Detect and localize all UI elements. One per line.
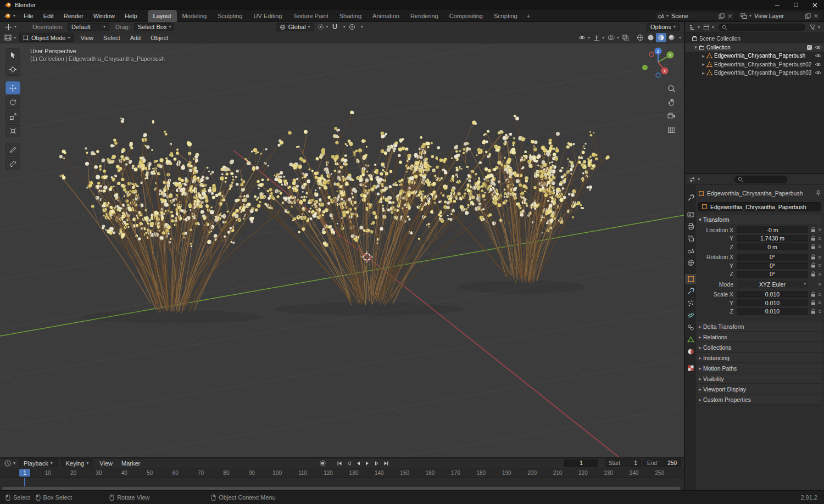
properties-tab-constraints[interactable] (685, 322, 696, 333)
close-button[interactable] (805, 0, 824, 10)
tool-select-box[interactable] (5, 48, 20, 61)
animate-dot[interactable] (819, 228, 821, 231)
frame-end-field[interactable]: End 250 (643, 460, 681, 467)
auto-keying-toggle[interactable] (318, 459, 327, 467)
properties-tab-object[interactable] (685, 274, 696, 284)
add-workspace-button[interactable]: + (523, 10, 534, 22)
workspace-tab[interactable]: Sculpting (212, 10, 248, 22)
lock-icon[interactable] (811, 236, 816, 242)
transform-panel-header[interactable]: ▾ Transform (697, 215, 822, 224)
animate-dot[interactable] (819, 283, 821, 285)
object-visibility-dropdown[interactable]: ▾ (577, 33, 592, 42)
shading-material-button[interactable] (656, 33, 666, 42)
properties-section-header[interactable]: ▸ Instancing (697, 353, 822, 363)
properties-tab-data[interactable] (685, 334, 696, 345)
toggle-ortho-button[interactable] (666, 124, 677, 135)
transform-value-field[interactable]: 0.010 ▾ (737, 291, 808, 298)
transform-value-field[interactable]: 0 m ▾ (737, 243, 808, 250)
properties-tab-world[interactable] (685, 257, 696, 268)
menubar-menu[interactable]: Help (120, 10, 142, 22)
view-layer-selector[interactable]: ▾ View Layer (738, 12, 821, 20)
properties-tab-texture[interactable] (685, 363, 696, 373)
animate-dot[interactable] (819, 264, 821, 267)
transform-value-field[interactable]: 0° ▾ (737, 254, 808, 261)
outliner-search-input[interactable] (719, 24, 805, 31)
outliner-row-scene-collection[interactable]: Scene Collection (685, 35, 824, 43)
chevron-down-icon[interactable]: ▾ (693, 44, 699, 50)
maximize-button[interactable] (787, 0, 805, 10)
workspace-tab[interactable]: Shading (334, 10, 367, 22)
menubar-menu[interactable]: Window (88, 10, 120, 22)
viewport-menu[interactable]: Add (125, 32, 146, 44)
properties-tab-modifiers[interactable] (685, 286, 696, 296)
animate-dot[interactable] (819, 293, 821, 296)
lock-icon[interactable] (811, 271, 816, 277)
playhead-line[interactable] (24, 478, 25, 486)
properties-section-header[interactable]: ▸ Viewport Display (697, 384, 822, 394)
menubar-menu[interactable]: File (19, 10, 38, 22)
properties-section-header[interactable]: ▸ Motion Paths (697, 363, 822, 373)
tool-measure[interactable] (5, 157, 20, 170)
next-keyframe-button[interactable] (372, 459, 382, 467)
orientation-dropdown[interactable]: Default ▾ (68, 23, 109, 31)
viewport-menu[interactable]: Object (146, 32, 173, 44)
transform-value-field[interactable]: XYZ Euler ▾ (737, 281, 808, 288)
active-tool-icon[interactable]: ▾ (3, 23, 18, 32)
viewport-menu[interactable]: View (75, 32, 98, 44)
properties-section-header[interactable]: ▸ Delta Transform (697, 322, 822, 332)
transform-orientation-dropdown[interactable]: Global ▾ (276, 23, 314, 31)
workspace-tab[interactable]: Layout (148, 10, 177, 22)
pan-button[interactable] (666, 97, 677, 108)
camera-view-button[interactable] (666, 110, 677, 121)
chevron-right-icon[interactable]: ▸ (700, 70, 706, 76)
transform-value-field[interactable]: 1.7438 m ▾ (737, 235, 808, 242)
animate-dot[interactable] (819, 310, 821, 313)
lock-icon[interactable] (811, 262, 816, 268)
tool-rotate[interactable] (5, 96, 20, 109)
workspace-tab[interactable]: Texture Paint (287, 10, 333, 22)
viewport-menu[interactable]: Select (98, 32, 125, 44)
jump-to-end-button[interactable] (382, 459, 391, 467)
animate-dot[interactable] (819, 245, 821, 248)
timeline-ruler[interactable]: 1020304050607080901001101201301401501601… (0, 468, 684, 478)
animate-dot[interactable] (819, 301, 821, 304)
animate-dot[interactable] (819, 273, 821, 276)
transform-value-field[interactable]: 0° ▾ (737, 262, 808, 269)
minimize-button[interactable] (768, 0, 787, 10)
gizmos-dropdown[interactable]: ▾ (592, 33, 606, 42)
play-button[interactable] (363, 459, 372, 467)
current-frame-field[interactable]: 1 (564, 460, 598, 467)
timeline-menu[interactable]: Playback▾ (19, 459, 58, 467)
chevron-right-icon[interactable]: ▸ (700, 53, 706, 59)
properties-tab-physics[interactable] (685, 310, 696, 321)
workspace-tab[interactable]: UV Editing (248, 10, 287, 22)
playhead-marker[interactable]: 1 (19, 469, 30, 477)
overlays-dropdown[interactable]: ▾ (606, 33, 621, 42)
scene-selector[interactable]: ▾ Scene (655, 12, 735, 20)
timeline-track-area[interactable] (0, 478, 684, 486)
eye-icon[interactable] (815, 62, 822, 67)
mode-dropdown[interactable]: Object Mode ▾ (19, 33, 74, 42)
shading-rendered-button[interactable] (666, 33, 677, 42)
chevron-right-icon[interactable]: ▸ (700, 61, 706, 67)
outliner-editor-type-button[interactable]: ▾ (687, 23, 701, 32)
timeline-scrollbar[interactable] (2, 487, 680, 490)
viewport-canvas[interactable] (0, 43, 684, 457)
eye-icon[interactable] (815, 70, 822, 75)
drag-dropdown[interactable]: Select Box ▾ (134, 23, 174, 31)
properties-section-header[interactable]: ▸ Relations (697, 332, 822, 342)
workspace-tab[interactable]: Modeling (177, 10, 213, 22)
new-scene-icon[interactable] (719, 13, 725, 19)
timeline-menu[interactable]: View▾ (95, 460, 117, 467)
object-name-field[interactable]: Edgeworthia_Chrysantha_Paperbush (698, 202, 821, 211)
new-view-layer-icon[interactable] (805, 13, 811, 19)
timeline-menu[interactable]: Marker▾ (117, 460, 144, 467)
lock-icon[interactable] (811, 244, 816, 250)
outliner-row-collection[interactable]: ▾ Collection ✓ (685, 43, 824, 52)
animate-dot[interactable] (819, 256, 821, 259)
outliner-display-mode-button[interactable]: ▾ (701, 23, 716, 32)
snap-settings-dropdown[interactable]: ▾ (339, 23, 347, 32)
proportional-editing-toggle[interactable] (347, 23, 357, 32)
lock-icon[interactable] (811, 292, 816, 298)
properties-tab-output[interactable] (685, 221, 696, 232)
